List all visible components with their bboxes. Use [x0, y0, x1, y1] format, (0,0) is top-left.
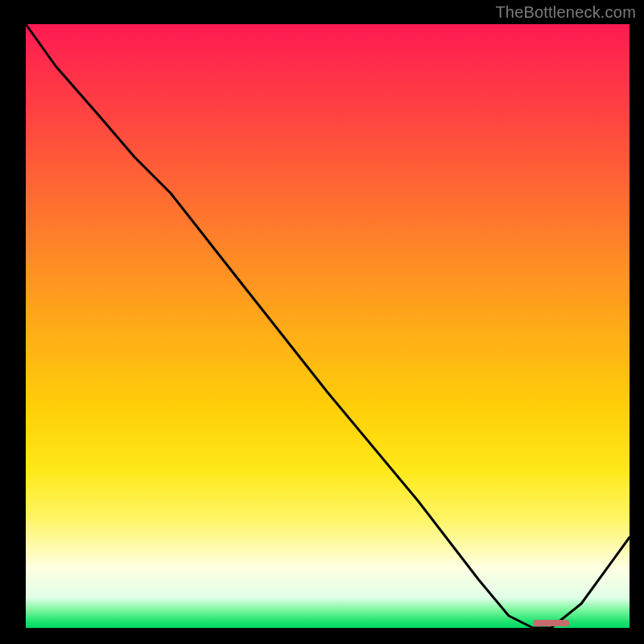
watermark-text: TheBottleneck.com	[495, 3, 636, 22]
optimal-range-marker	[533, 620, 569, 626]
bottleneck-curve	[26, 24, 630, 628]
curve-path	[26, 24, 630, 628]
plot-area	[26, 24, 630, 628]
chart-frame: TheBottleneck.com	[0, 0, 644, 644]
